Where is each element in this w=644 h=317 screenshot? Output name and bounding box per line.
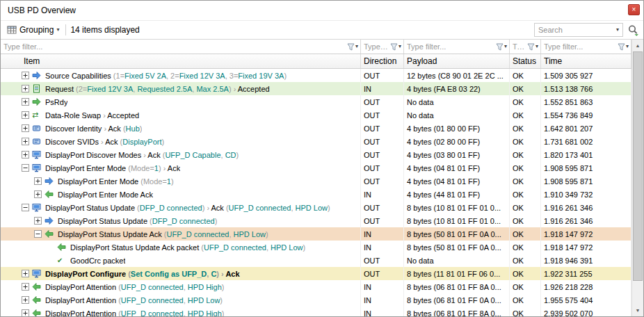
- table-row[interactable]: DisplayPort Enter Mode AckIN4 bytes (44 …: [1, 188, 643, 201]
- filter-placeholder: Type filter...: [364, 42, 389, 51]
- payload-cell: 4 bytes (03 80 01 FF): [404, 148, 510, 161]
- filter-input-4[interactable]: Type filter...▾: [541, 40, 631, 54]
- table-row[interactable]: DisplayPort Enter Mode (Mode=1) › AckOUT…: [1, 161, 643, 174]
- filter-placeholder: Type filter...: [513, 42, 526, 51]
- filter-funnel-icon[interactable]: ▾: [616, 43, 631, 51]
- expand-icon[interactable]: [34, 217, 42, 225]
- expand-icon[interactable]: [22, 138, 29, 145]
- table-row[interactable]: ⇄Data-Role Swap › AcceptedOUTNo dataOK1.…: [1, 108, 643, 122]
- column-header-time[interactable]: Time: [541, 54, 631, 68]
- item-cell: Source Capabilities (1=Fixed 5V 2A, 2=Fi…: [1, 69, 361, 82]
- swap-icon: ⇄: [32, 111, 43, 119]
- collapse-icon[interactable]: [22, 204, 29, 211]
- time-cell: 1.554 736 849: [541, 108, 631, 122]
- table-row[interactable]: DisplayPort Status Update (DFP_D connect…: [1, 214, 643, 227]
- status-cell: OK: [510, 108, 541, 122]
- toolbar-separator: [65, 24, 66, 35]
- item-text: DisplayPort Configure (Set Config as UFP…: [45, 270, 240, 278]
- item-text: Data-Role Swap › Accepted: [45, 111, 139, 120]
- scrollbar-thumb[interactable]: [633, 51, 643, 281]
- expand-icon[interactable]: [22, 270, 29, 277]
- table-row[interactable]: DisplayPort Status Update Ack (UFP_D con…: [1, 227, 643, 241]
- column-header-status[interactable]: Status: [510, 54, 541, 68]
- filter-funnel-icon[interactable]: ▾: [494, 43, 509, 51]
- table-row[interactable]: PsRdyOUTNo dataOK1.552 851 863: [1, 95, 643, 108]
- item-text: DisplayPort Enter Mode (Mode=1) › Ack: [45, 164, 180, 172]
- request-icon: [32, 84, 43, 93]
- grouping-button[interactable]: Grouping ▾: [5, 24, 61, 36]
- item-text: DisplayPort Discover Modes › Ack (UFP_D …: [45, 151, 239, 159]
- item-text: DisplayPort Attention (UFP_D connected, …: [45, 283, 224, 291]
- column-header-direction[interactable]: Direction: [361, 54, 404, 68]
- expand-icon[interactable]: [22, 151, 29, 158]
- filter-input-2[interactable]: Type filter...▾: [404, 40, 510, 54]
- direction-cell: OUT: [361, 254, 404, 267]
- item-cell: DisplayPort Status Update Ack packet (UF…: [1, 241, 361, 254]
- expand-icon[interactable]: [22, 72, 29, 79]
- payload-cell: 8 bytes (50 81 01 FF 0A 0...: [404, 227, 510, 241]
- time-cell: 1.922 311 255: [541, 267, 631, 280]
- table-row[interactable]: DisplayPort Status Update Ack packet (UF…: [1, 241, 643, 254]
- expand-icon[interactable]: [22, 296, 29, 304]
- table-row[interactable]: DisplayPort Configure (Set Config as UFP…: [1, 267, 643, 280]
- collapse-icon[interactable]: [22, 164, 29, 172]
- status-cell: OK: [510, 254, 541, 267]
- table-row[interactable]: ✔GoodCrc packetOUTNo dataOK1.918 946 391: [1, 254, 643, 267]
- filter-input-3[interactable]: Type filter...▾: [510, 40, 541, 54]
- packet-in-icon: [32, 295, 43, 304]
- search-options-icon[interactable]: [627, 24, 639, 36]
- expand-icon[interactable]: [22, 283, 29, 291]
- filter-funnel-icon[interactable]: ▾: [346, 43, 360, 51]
- direction-cell: IN: [361, 82, 404, 95]
- column-header-item[interactable]: Item: [1, 54, 361, 68]
- filter-funnel-icon[interactable]: ▾: [526, 43, 540, 51]
- table-row[interactable]: DisplayPort Attention (UFP_D connected, …: [1, 307, 643, 316]
- table-row[interactable]: Discover Identity › Ack (Hub)OUT4 bytes …: [1, 122, 643, 135]
- collapse-icon[interactable]: [34, 230, 42, 238]
- table-row[interactable]: Discover SVIDs › Ack (DisplayPort)OUT4 b…: [1, 135, 643, 148]
- scroll-down-button[interactable]: ▼: [632, 304, 643, 316]
- table-row[interactable]: Source Capabilities (1=Fixed 5V 2A, 2=Fi…: [1, 69, 643, 82]
- expand-icon[interactable]: [34, 190, 42, 198]
- search-input[interactable]: Search ▾: [534, 23, 623, 37]
- expand-icon[interactable]: [22, 111, 29, 119]
- item-cell: DisplayPort Enter Mode (Mode=1) › Ack: [1, 161, 361, 174]
- expand-icon[interactable]: [22, 124, 29, 132]
- packet-out-icon: [45, 216, 56, 225]
- table-row[interactable]: DisplayPort Discover Modes › Ack (UFP_D …: [1, 148, 643, 161]
- item-text: DisplayPort Status Update Ack (UFP_D con…: [58, 230, 268, 238]
- column-header-payload[interactable]: Payload: [404, 54, 510, 68]
- table-row[interactable]: DisplayPort Status Update (DFP_D connect…: [1, 201, 643, 214]
- item-cell: Discover SVIDs › Ack (DisplayPort): [1, 135, 361, 148]
- vertical-scrollbar[interactable]: ▲ ▼: [631, 40, 643, 316]
- item-cell: DisplayPort Attention (UFP_D connected, …: [1, 280, 361, 293]
- direction-cell: OUT: [361, 69, 404, 82]
- close-icon: ×: [632, 6, 636, 13]
- filter-funnel-icon[interactable]: ▾: [389, 43, 403, 51]
- payload-cell: 8 bytes (06 81 01 FF 8A 0...: [404, 280, 510, 293]
- direction-cell: OUT: [361, 95, 404, 108]
- item-text: DisplayPort Status Update Ack packet (UF…: [70, 243, 305, 252]
- scroll-up-button[interactable]: ▲: [632, 40, 643, 51]
- filter-input-1[interactable]: Type filter...▾: [361, 40, 404, 54]
- item-text: DisplayPort Enter Mode Ack: [58, 190, 153, 199]
- expand-icon[interactable]: [22, 309, 29, 316]
- filter-row: Type filter...▾Type filter...▾Type filte…: [1, 40, 643, 54]
- close-button[interactable]: ×: [628, 4, 640, 15]
- table-row[interactable]: DisplayPort Attention (UFP_D connected, …: [1, 293, 643, 307]
- expand-icon[interactable]: [22, 98, 29, 106]
- direction-cell: IN: [361, 293, 404, 307]
- table-row[interactable]: Request (2=Fixed 12V 3A, Requested 2.5A,…: [1, 82, 643, 95]
- filter-placeholder: Type filter...: [3, 42, 346, 51]
- table-row[interactable]: DisplayPort Enter Mode (Mode=1)OUT4 byte…: [1, 174, 643, 188]
- status-cell: OK: [510, 241, 541, 254]
- search-dropdown-icon[interactable]: ▾: [616, 27, 619, 33]
- displayport-icon: [32, 203, 43, 212]
- payload-cell: 4 bytes (02 80 00 FF): [404, 135, 510, 148]
- expand-icon[interactable]: [34, 177, 42, 185]
- table-row[interactable]: DisplayPort Attention (UFP_D connected, …: [1, 280, 643, 293]
- payload-cell: 8 bytes (11 81 01 FF 06 0...: [404, 267, 510, 280]
- expand-icon[interactable]: [22, 85, 29, 92]
- time-cell: 1.908 595 871: [541, 174, 631, 188]
- filter-input-0[interactable]: Type filter...▾: [1, 40, 361, 54]
